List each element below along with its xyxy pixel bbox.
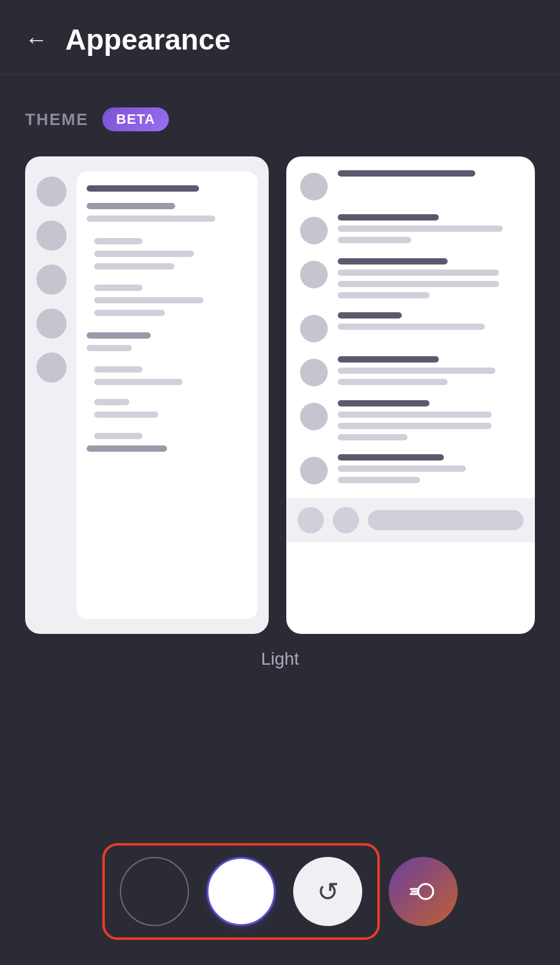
chat-row bbox=[300, 214, 521, 244]
sidebar-circle bbox=[36, 352, 67, 383]
chat-row bbox=[300, 356, 521, 386]
bar bbox=[94, 433, 143, 439]
bar bbox=[94, 379, 183, 385]
chat-row bbox=[300, 312, 521, 342]
chat-avatar bbox=[300, 217, 328, 244]
disco-button[interactable] bbox=[389, 857, 458, 926]
bar bbox=[338, 270, 499, 276]
bar bbox=[338, 400, 429, 406]
chat-bottom-circle bbox=[333, 507, 359, 533]
sidebar-circle bbox=[36, 308, 67, 339]
bar bbox=[338, 412, 492, 418]
bar bbox=[87, 215, 215, 222]
bar bbox=[94, 310, 165, 316]
chat-avatar bbox=[300, 403, 328, 430]
chat-lines bbox=[338, 214, 521, 243]
bar bbox=[338, 258, 448, 264]
chat-avatar bbox=[300, 315, 328, 342]
chat-lines bbox=[338, 258, 521, 298]
bar bbox=[338, 281, 499, 287]
chat-lines bbox=[338, 170, 521, 177]
bar bbox=[338, 356, 439, 363]
theme-section: THEME BETA bbox=[0, 75, 560, 689]
action-buttons-frame: ↺ bbox=[102, 843, 380, 940]
chat-lines bbox=[338, 400, 521, 440]
refresh-button[interactable]: ↺ bbox=[293, 857, 362, 926]
chat-avatar bbox=[300, 261, 328, 288]
bar bbox=[94, 297, 203, 303]
theme-caption: Light bbox=[25, 634, 535, 669]
rocket-icon bbox=[408, 876, 438, 907]
chat-row bbox=[300, 170, 521, 200]
bar bbox=[94, 238, 143, 244]
bar bbox=[338, 324, 485, 330]
theme-card-sidebar[interactable] bbox=[25, 156, 269, 634]
chat-avatar bbox=[300, 359, 328, 386]
chat-lines bbox=[338, 454, 521, 483]
bar bbox=[94, 366, 143, 373]
bar bbox=[338, 423, 492, 429]
bar bbox=[94, 285, 143, 291]
theme-label: THEME bbox=[25, 110, 89, 129]
bar bbox=[87, 332, 151, 339]
bar bbox=[87, 345, 132, 351]
chat-input-bar bbox=[286, 498, 535, 542]
chat-avatar bbox=[300, 457, 328, 484]
sidebar-circle bbox=[36, 221, 67, 251]
bar bbox=[338, 226, 503, 232]
chat-row bbox=[300, 400, 521, 440]
bar bbox=[87, 445, 167, 452]
sidebar-circles bbox=[36, 172, 67, 619]
bar bbox=[338, 368, 495, 374]
light-theme-button[interactable] bbox=[207, 857, 276, 926]
chat-lines bbox=[338, 356, 521, 385]
bar bbox=[338, 434, 407, 440]
beta-badge: BETA bbox=[102, 107, 169, 131]
bar bbox=[338, 312, 402, 319]
dark-theme-button[interactable] bbox=[120, 857, 189, 926]
bar bbox=[338, 170, 475, 177]
bar bbox=[338, 292, 429, 298]
sidebar-content bbox=[77, 172, 257, 619]
bar bbox=[94, 251, 194, 257]
chat-row bbox=[300, 454, 521, 484]
chat-input-placeholder bbox=[368, 510, 524, 530]
theme-previews bbox=[25, 156, 535, 634]
bar bbox=[338, 237, 411, 243]
bar bbox=[94, 399, 129, 405]
chat-row bbox=[300, 258, 521, 298]
refresh-icon: ↺ bbox=[317, 876, 339, 907]
sidebar-circle bbox=[36, 177, 67, 207]
bar bbox=[87, 203, 175, 209]
bar bbox=[94, 263, 175, 270]
svg-point-0 bbox=[418, 884, 433, 899]
bar bbox=[338, 466, 466, 472]
bottom-action-bar: ↺ bbox=[0, 831, 560, 965]
bar bbox=[338, 454, 444, 461]
bar bbox=[338, 214, 439, 221]
bar bbox=[94, 412, 158, 418]
sidebar-circle bbox=[36, 264, 67, 295]
page-title: Appearance bbox=[65, 23, 230, 57]
header: ← Appearance bbox=[0, 0, 560, 75]
theme-card-chat[interactable] bbox=[286, 156, 535, 634]
bar bbox=[338, 379, 448, 385]
back-button[interactable]: ← bbox=[25, 28, 48, 51]
chat-bottom-circle bbox=[298, 507, 324, 533]
bar bbox=[87, 185, 199, 192]
bar bbox=[338, 477, 420, 483]
theme-label-row: THEME BETA bbox=[25, 107, 535, 131]
chat-avatar bbox=[300, 173, 328, 200]
chat-lines bbox=[338, 312, 521, 330]
